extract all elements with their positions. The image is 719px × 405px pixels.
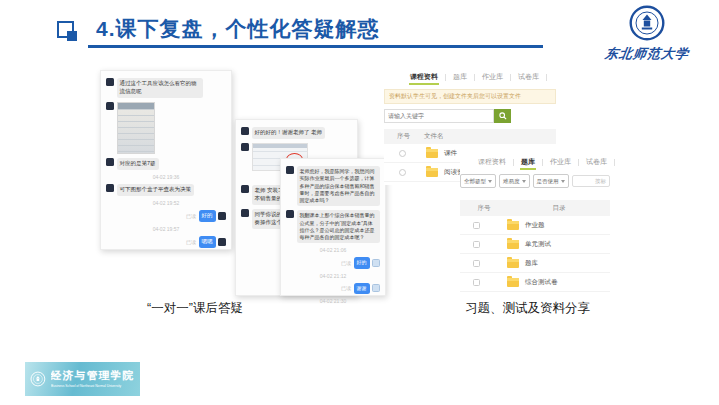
chat-screenshot-3: 老师您好，我是陈同学，我想问问实际作业里最后一个多选题，计算多种产品的综合保本销… (280, 158, 386, 296)
difficulty-select[interactable]: 难易度 (499, 174, 530, 188)
chat-message-outgoing: 已读 嗯嗯 (106, 236, 226, 248)
university-logo: 东北师范大学 (592, 5, 702, 63)
search-bar (384, 109, 556, 123)
question-type-select[interactable]: 全部题型 (460, 174, 496, 188)
tab-exam-bank[interactable]: 试卷库 (516, 72, 541, 82)
chevron-down-icon (522, 180, 526, 183)
select-label: 是否使用 (537, 178, 559, 185)
university-name: 东北师范大学 (591, 45, 704, 63)
tab-homework-bank[interactable]: 作业库 (548, 157, 573, 167)
column-directory: 目录 (508, 204, 610, 213)
tab-question-bank[interactable]: 题库 (451, 72, 469, 82)
select-label: 难易度 (503, 178, 520, 185)
column-index: 序号 (460, 204, 508, 213)
file-name[interactable]: 课件 (444, 149, 457, 158)
checkbox[interactable] (473, 241, 480, 248)
contact-avatar (106, 78, 114, 86)
filter-keyword-input[interactable]: 按标 (572, 175, 611, 187)
chat-message-incoming: 通过这个工具应该怎么看它的物流信息呢 (106, 78, 226, 98)
university-seal-icon (629, 5, 665, 41)
read-receipt: 已读 (341, 285, 351, 291)
chat-timestamp: 04-02 21:06 (286, 247, 380, 253)
usage-select[interactable]: 是否使用 (533, 174, 569, 188)
table-header: 序号 文件名 (384, 129, 556, 144)
self-avatar (218, 238, 226, 246)
chevron-down-icon (561, 180, 565, 183)
caption-left: “一对一”课后答疑 (95, 300, 295, 317)
column-index: 序号 (384, 132, 424, 141)
tab-course-materials[interactable]: 课程资料 (408, 72, 440, 82)
tab-separator (513, 159, 514, 166)
tab-question-bank[interactable]: 题库 (519, 157, 537, 167)
filter-bar: 全部题型 难易度 是否使用 按标 (460, 174, 610, 188)
directory-name[interactable]: 作业题 (525, 221, 545, 230)
search-input[interactable] (384, 109, 494, 123)
contact-avatar (241, 185, 249, 193)
school-banner: 经济与管理学院 Business School of Northeast Nor… (25, 362, 140, 396)
chat-message-incoming: 好的好的！谢谢老师了 老师 (241, 127, 352, 139)
checkbox[interactable] (473, 260, 480, 267)
chat-timestamp: 04-02 19:36 (106, 174, 226, 180)
tab-homework-bank[interactable]: 作业库 (480, 72, 505, 82)
directory-name[interactable]: 题库 (525, 259, 538, 268)
chat-timestamp: 04-02 21:12 (286, 273, 380, 279)
self-avatar (372, 259, 380, 267)
folder-icon (507, 221, 519, 230)
school-name-en: Business School of Northeast Normal Univ… (51, 384, 97, 387)
checkbox[interactable] (399, 150, 406, 157)
folder-icon (507, 278, 519, 287)
column-filename: 文件名 (424, 132, 444, 141)
table-header: 序号 目录 (460, 200, 610, 216)
chat-message-incoming: 可下图那个盒子平查表为决策 (106, 184, 226, 196)
directory-name[interactable]: 综合测试卷 (525, 278, 558, 287)
lms-screenshot-question-bank: 课程资料 题库 作业库 试卷库 全部题型 难易度 是否使用 按标 (460, 155, 610, 301)
chat-bubble: 通过这个工具应该怎么看它的物流信息呢 (117, 78, 203, 98)
directory-name[interactable]: 单元测试 (525, 240, 551, 249)
photo-message (117, 102, 155, 154)
folder-icon (426, 168, 438, 177)
checkbox[interactable] (399, 169, 406, 176)
chat-message-outgoing: 已读 好的 (106, 210, 226, 222)
directory-row[interactable]: 单元测试 (460, 235, 610, 254)
directory-row[interactable]: 综合测试卷 (460, 273, 610, 292)
directory-row[interactable]: 题库 (460, 254, 610, 273)
checkbox[interactable] (473, 222, 480, 229)
chat-bubble: 对应的是第7题 (117, 158, 159, 170)
tab-separator (542, 159, 543, 166)
tab-course-materials[interactable]: 课程资料 (476, 157, 508, 167)
read-receipt: 已读 (186, 239, 196, 245)
tab-separator (614, 159, 615, 166)
chat-timestamp: 04-02 21:30 (286, 298, 380, 304)
chat-message-incoming: 老师您好，我是陈同学，我想问问实际作业里最后一个多选题，计算多种产品的综合保本销… (286, 166, 380, 206)
contact-avatar (286, 210, 294, 218)
lms-tab-bar: 课程资料 题库 作业库 试卷库 (384, 70, 556, 84)
contact-avatar (106, 184, 114, 192)
tab-separator (510, 74, 511, 81)
directory-row[interactable]: 作业题 (460, 216, 610, 235)
title-underline (88, 45, 543, 48)
chat-bubble: 我翻课本上那个综合保本销售量的公式里，分子中的“固定成本”具体指什么？是公司总的… (297, 210, 381, 243)
contact-avatar (241, 143, 249, 151)
checkbox[interactable] (473, 279, 480, 286)
contact-avatar (106, 158, 114, 166)
tab-separator (578, 159, 579, 166)
folder-icon (426, 149, 438, 158)
chat-bubble: 老师您好，我是陈同学，我想问问实际作业里最后一个多选题，计算多种产品的综合保本销… (297, 166, 381, 206)
tab-separator (445, 74, 446, 81)
self-avatar (372, 284, 380, 292)
tab-exam-bank[interactable]: 试卷库 (584, 157, 609, 167)
chat-message-outgoing: 已读 谢谢 (286, 283, 380, 294)
school-name-cn: 经济与管理学院 (51, 369, 135, 383)
school-seal-icon (30, 367, 46, 391)
chat-bubble: 谢谢 (354, 283, 370, 294)
self-avatar (218, 212, 226, 220)
title-marker-fill-icon (67, 31, 77, 41)
chat-timestamp: 04-02 19:52 (106, 200, 226, 206)
chat-screenshot-1: 通过这个工具应该怎么看它的物流信息呢 对应的是第7题 04-02 19:36 可… (100, 70, 232, 250)
search-button[interactable] (494, 109, 511, 123)
chat-bubble: 可下图那个盒子平查表为决策 (117, 184, 195, 196)
chat-message-outgoing: 已读 好的 (286, 257, 380, 268)
read-receipt: 已读 (186, 213, 196, 219)
contact-avatar (241, 127, 249, 135)
search-icon (499, 112, 507, 120)
